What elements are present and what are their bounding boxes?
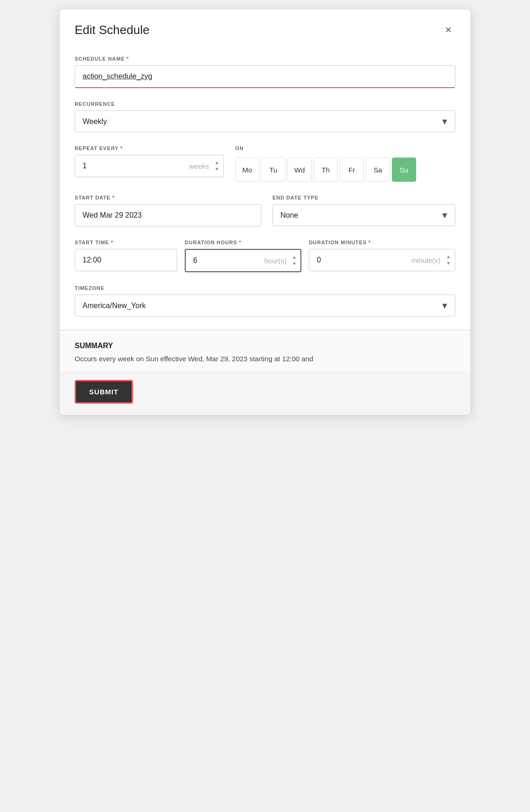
summary-section: SUMMARY Occurs every week on Sun effecti… (60, 330, 470, 372)
duration-minutes-label: DURATION MINUTES * (309, 240, 455, 245)
duration-minutes-spinners: ▲ ▼ (445, 254, 452, 266)
duration-hours-label: DURATION HOURS * (185, 240, 301, 245)
duration-hours-input[interactable] (185, 249, 301, 272)
day-wednesday[interactable]: Wd (287, 158, 312, 182)
duration-minutes-increment[interactable]: ▲ (445, 254, 452, 260)
repeat-every-increment[interactable]: ▲ (214, 160, 220, 165)
submit-button[interactable]: SUBMIT (75, 380, 133, 404)
repeat-every-label: REPEAT EVERY * (75, 145, 224, 151)
start-time-input[interactable] (75, 249, 177, 271)
days-row: Mo Tu Wd Th Fr Sa Su (235, 155, 455, 182)
duration-hours-increment[interactable]: ▲ (291, 255, 298, 260)
duration-minutes-decrement[interactable]: ▼ (445, 261, 452, 266)
summary-title: SUMMARY (75, 342, 455, 350)
duration-minutes-input[interactable] (309, 249, 455, 271)
edit-schedule-modal: Edit Schedule × SCHEDULE NAME * RECURREN… (60, 9, 470, 415)
on-days-group: ON Mo Tu Wd Th Fr Sa Su (235, 145, 455, 182)
recurrence-label: RECURRENCE (75, 101, 455, 107)
summary-text: Occurs every week on Sun effective Wed, … (75, 354, 455, 365)
modal-body: SCHEDULE NAME * RECURRENCE Weekly Daily … (60, 47, 470, 317)
start-date-label: START DATE * (75, 195, 261, 200)
end-date-type-select[interactable]: None On Date After Occurrences (272, 204, 455, 226)
time-duration-row: START TIME * DURATION HOURS * hour(s) ▲ … (75, 240, 455, 272)
day-tuesday[interactable]: Tu (261, 158, 286, 182)
modal-header: Edit Schedule × (60, 9, 470, 47)
duration-minutes-group: DURATION MINUTES * minute(s) ▲ ▼ (309, 240, 455, 272)
duration-hours-decrement[interactable]: ▼ (291, 261, 298, 267)
duration-hours-group: DURATION HOURS * hour(s) ▲ ▼ (185, 240, 301, 272)
start-time-group: START TIME * (75, 240, 177, 272)
modal-title: Edit Schedule (75, 23, 149, 37)
repeat-every-spinners: ▲ ▼ (214, 160, 220, 172)
repeat-every-input-wrapper: weeks ▲ ▼ (75, 155, 224, 177)
footer-section: SUBMIT (60, 372, 470, 415)
recurrence-select[interactable]: Weekly Daily Monthly Yearly (75, 110, 455, 132)
duration-hours-input-wrapper: hour(s) ▲ ▼ (185, 249, 301, 272)
timezone-field: TIMEZONE America/New_York America/Chicag… (75, 285, 455, 317)
schedule-name-field: SCHEDULE NAME * (75, 56, 455, 88)
timezone-select-wrapper: America/New_York America/Chicago America… (75, 295, 455, 317)
day-friday[interactable]: Fr (340, 158, 364, 182)
close-button[interactable]: × (441, 22, 455, 37)
repeat-every-input[interactable] (75, 155, 224, 177)
schedule-name-label: SCHEDULE NAME * (75, 56, 455, 62)
duration-hours-spinners: ▲ ▼ (291, 255, 298, 267)
day-sunday[interactable]: Su (392, 158, 416, 182)
recurrence-field: RECURRENCE Weekly Daily Monthly Yearly ▼ (75, 101, 455, 132)
recurrence-select-wrapper: Weekly Daily Monthly Yearly ▼ (75, 110, 455, 132)
repeat-every-decrement[interactable]: ▼ (214, 166, 220, 172)
on-label: ON (235, 145, 455, 151)
repeat-every-group: REPEAT EVERY * weeks ▲ ▼ (75, 145, 224, 177)
timezone-label: TIMEZONE (75, 285, 455, 291)
start-date-group: START DATE * (75, 195, 261, 227)
date-row: START DATE * END DATE TYPE None On Date … (75, 195, 455, 227)
timezone-select[interactable]: America/New_York America/Chicago America… (75, 295, 455, 317)
duration-minutes-input-wrapper: minute(s) ▲ ▼ (309, 249, 455, 271)
start-time-label: START TIME * (75, 240, 177, 245)
end-date-type-group: END DATE TYPE None On Date After Occurre… (272, 195, 455, 227)
repeat-on-row: REPEAT EVERY * weeks ▲ ▼ ON Mo Tu Wd (75, 145, 455, 182)
day-thursday[interactable]: Th (314, 158, 338, 182)
start-date-input[interactable] (75, 204, 261, 227)
day-saturday[interactable]: Sa (366, 158, 390, 182)
schedule-name-input[interactable] (75, 65, 455, 88)
end-date-type-label: END DATE TYPE (272, 195, 455, 200)
day-monday[interactable]: Mo (235, 158, 259, 182)
end-date-type-select-wrapper: None On Date After Occurrences ▼ (272, 204, 455, 226)
